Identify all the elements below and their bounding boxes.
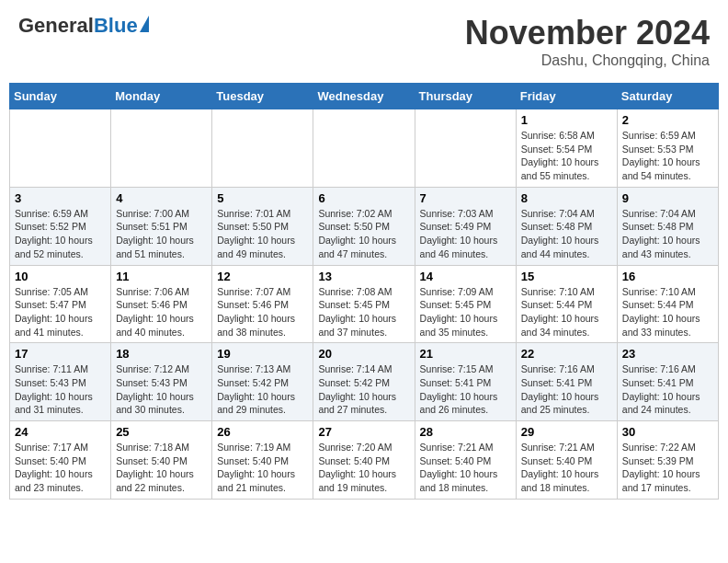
calendar: SundayMondayTuesdayWednesdayThursdayFrid… (9, 83, 719, 500)
month-title: November 2024 (465, 14, 710, 52)
calendar-cell: 11Sunrise: 7:06 AM Sunset: 5:46 PM Dayli… (111, 265, 212, 343)
day-info: Sunrise: 7:20 AM Sunset: 5:40 PM Dayligh… (318, 441, 409, 495)
day-number: 11 (116, 270, 207, 283)
day-info: Sunrise: 7:12 AM Sunset: 5:43 PM Dayligh… (116, 362, 207, 417)
day-info: Sunrise: 7:03 AM Sunset: 5:49 PM Dayligh… (420, 207, 511, 261)
weekday-header: Saturday (617, 84, 718, 109)
day-number: 6 (318, 191, 409, 205)
calendar-cell: 10Sunrise: 7:05 AM Sunset: 5:47 PM Dayli… (10, 265, 111, 343)
calendar-cell: 2Sunrise: 6:59 AM Sunset: 5:53 PM Daylig… (617, 109, 718, 188)
calendar-cell: 23Sunrise: 7:16 AM Sunset: 5:41 PM Dayli… (617, 343, 718, 421)
day-number: 12 (217, 270, 308, 283)
day-info: Sunrise: 7:16 AM Sunset: 5:41 PM Dayligh… (622, 362, 713, 417)
calendar-week-row: 24Sunrise: 7:17 AM Sunset: 5:40 PM Dayli… (10, 421, 719, 500)
day-info: Sunrise: 7:11 AM Sunset: 5:43 PM Dayligh… (15, 362, 106, 417)
calendar-cell: 20Sunrise: 7:14 AM Sunset: 5:42 PM Dayli… (313, 343, 415, 421)
day-info: Sunrise: 7:13 AM Sunset: 5:42 PM Dayligh… (217, 362, 308, 417)
day-info: Sunrise: 7:04 AM Sunset: 5:48 PM Dayligh… (622, 207, 713, 261)
day-number: 26 (217, 425, 308, 439)
day-info: Sunrise: 7:17 AM Sunset: 5:40 PM Dayligh… (15, 441, 106, 495)
day-info: Sunrise: 7:18 AM Sunset: 5:40 PM Dayligh… (116, 441, 207, 495)
logo-blue-text: Blue (94, 14, 138, 38)
calendar-cell: 28Sunrise: 7:21 AM Sunset: 5:40 PM Dayli… (415, 421, 516, 500)
logo-general-text: General (18, 14, 94, 38)
day-info: Sunrise: 6:59 AM Sunset: 5:53 PM Dayligh… (622, 129, 713, 183)
calendar-cell: 9Sunrise: 7:04 AM Sunset: 5:48 PM Daylig… (617, 187, 718, 265)
calendar-cell: 13Sunrise: 7:08 AM Sunset: 5:45 PM Dayli… (313, 265, 415, 343)
calendar-cell: 30Sunrise: 7:22 AM Sunset: 5:39 PM Dayli… (617, 421, 718, 500)
calendar-cell: 6Sunrise: 7:02 AM Sunset: 5:50 PM Daylig… (313, 187, 415, 265)
calendar-week-row: 10Sunrise: 7:05 AM Sunset: 5:47 PM Dayli… (10, 265, 719, 343)
calendar-cell: 8Sunrise: 7:04 AM Sunset: 5:48 PM Daylig… (516, 187, 617, 265)
day-number: 19 (217, 347, 308, 361)
calendar-cell: 27Sunrise: 7:20 AM Sunset: 5:40 PM Dayli… (313, 421, 415, 500)
day-number: 4 (116, 191, 207, 205)
header: General Blue November 2024 Dashu, Chongq… (9, 9, 719, 74)
day-number: 28 (420, 425, 511, 439)
calendar-cell: 4Sunrise: 7:00 AM Sunset: 5:51 PM Daylig… (111, 187, 212, 265)
day-number: 14 (420, 270, 511, 283)
day-info: Sunrise: 6:58 AM Sunset: 5:54 PM Dayligh… (521, 129, 612, 183)
day-info: Sunrise: 7:10 AM Sunset: 5:44 PM Dayligh… (622, 285, 713, 339)
day-number: 17 (15, 347, 106, 361)
calendar-cell: 29Sunrise: 7:21 AM Sunset: 5:40 PM Dayli… (516, 421, 617, 500)
day-info: Sunrise: 7:21 AM Sunset: 5:40 PM Dayligh… (420, 441, 511, 495)
weekday-header: Thursday (415, 84, 516, 109)
calendar-cell: 25Sunrise: 7:18 AM Sunset: 5:40 PM Dayli… (111, 421, 212, 500)
calendar-cell: 19Sunrise: 7:13 AM Sunset: 5:42 PM Dayli… (212, 343, 313, 421)
calendar-cell: 15Sunrise: 7:10 AM Sunset: 5:44 PM Dayli… (516, 265, 617, 343)
weekday-header: Wednesday (313, 84, 415, 109)
weekday-header: Sunday (10, 84, 111, 109)
day-info: Sunrise: 7:08 AM Sunset: 5:45 PM Dayligh… (318, 285, 409, 339)
day-number: 2 (622, 113, 713, 127)
calendar-header-row: SundayMondayTuesdayWednesdayThursdayFrid… (10, 84, 719, 109)
calendar-week-row: 1Sunrise: 6:58 AM Sunset: 5:54 PM Daylig… (10, 109, 719, 188)
day-number: 10 (15, 270, 106, 283)
day-info: Sunrise: 6:59 AM Sunset: 5:52 PM Dayligh… (15, 207, 106, 261)
day-number: 30 (622, 425, 713, 439)
calendar-cell: 3Sunrise: 6:59 AM Sunset: 5:52 PM Daylig… (10, 187, 111, 265)
day-number: 3 (15, 191, 106, 205)
calendar-cell: 21Sunrise: 7:15 AM Sunset: 5:41 PM Dayli… (415, 343, 516, 421)
day-info: Sunrise: 7:06 AM Sunset: 5:46 PM Dayligh… (116, 285, 207, 339)
logo-icon (140, 16, 149, 32)
location: Dashu, Chongqing, China (465, 52, 710, 69)
calendar-week-row: 17Sunrise: 7:11 AM Sunset: 5:43 PM Dayli… (10, 343, 719, 421)
calendar-cell: 24Sunrise: 7:17 AM Sunset: 5:40 PM Dayli… (10, 421, 111, 500)
calendar-cell: 14Sunrise: 7:09 AM Sunset: 5:45 PM Dayli… (415, 265, 516, 343)
weekday-header: Monday (111, 84, 212, 109)
day-number: 1 (521, 113, 612, 127)
calendar-cell (313, 109, 415, 188)
day-info: Sunrise: 7:14 AM Sunset: 5:42 PM Dayligh… (318, 362, 409, 417)
day-info: Sunrise: 7:00 AM Sunset: 5:51 PM Dayligh… (116, 207, 207, 261)
calendar-week-row: 3Sunrise: 6:59 AM Sunset: 5:52 PM Daylig… (10, 187, 719, 265)
calendar-cell (10, 109, 111, 188)
calendar-cell (415, 109, 516, 188)
calendar-cell: 17Sunrise: 7:11 AM Sunset: 5:43 PM Dayli… (10, 343, 111, 421)
day-number: 8 (521, 191, 612, 205)
day-info: Sunrise: 7:19 AM Sunset: 5:40 PM Dayligh… (217, 441, 308, 495)
day-info: Sunrise: 7:04 AM Sunset: 5:48 PM Dayligh… (521, 207, 612, 261)
weekday-header: Friday (516, 84, 617, 109)
day-number: 29 (521, 425, 612, 439)
calendar-cell (111, 109, 212, 188)
calendar-cell: 1Sunrise: 6:58 AM Sunset: 5:54 PM Daylig… (516, 109, 617, 188)
calendar-cell: 12Sunrise: 7:07 AM Sunset: 5:46 PM Dayli… (212, 265, 313, 343)
calendar-cell: 18Sunrise: 7:12 AM Sunset: 5:43 PM Dayli… (111, 343, 212, 421)
day-info: Sunrise: 7:15 AM Sunset: 5:41 PM Dayligh… (420, 362, 511, 417)
day-number: 18 (116, 347, 207, 361)
day-info: Sunrise: 7:01 AM Sunset: 5:50 PM Dayligh… (217, 207, 308, 261)
day-number: 22 (521, 347, 612, 361)
day-number: 20 (318, 347, 409, 361)
calendar-cell: 16Sunrise: 7:10 AM Sunset: 5:44 PM Dayli… (617, 265, 718, 343)
day-number: 21 (420, 347, 511, 361)
day-number: 5 (217, 191, 308, 205)
day-number: 24 (15, 425, 106, 439)
title-block: November 2024 Dashu, Chongqing, China (465, 14, 710, 69)
day-info: Sunrise: 7:10 AM Sunset: 5:44 PM Dayligh… (521, 285, 612, 339)
day-info: Sunrise: 7:05 AM Sunset: 5:47 PM Dayligh… (15, 285, 106, 339)
day-info: Sunrise: 7:02 AM Sunset: 5:50 PM Dayligh… (318, 207, 409, 261)
day-number: 9 (622, 191, 713, 205)
day-info: Sunrise: 7:21 AM Sunset: 5:40 PM Dayligh… (521, 441, 612, 495)
day-number: 7 (420, 191, 511, 205)
